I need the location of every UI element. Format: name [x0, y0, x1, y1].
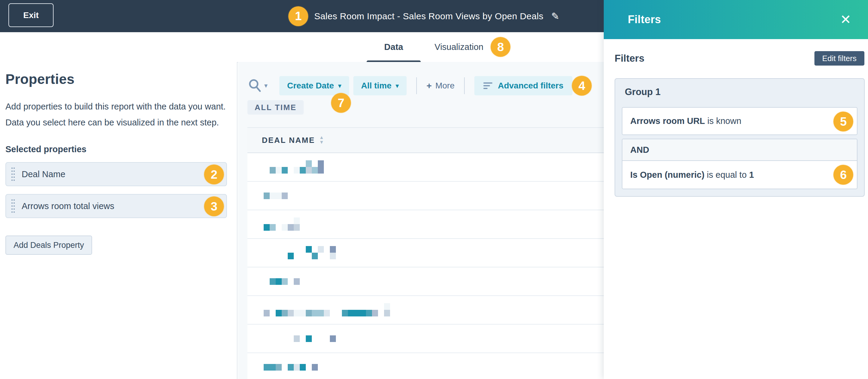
- table-header-row: DEAL NAME ▲ ▼: [247, 127, 636, 153]
- tab-data[interactable]: Data: [367, 32, 421, 62]
- table-row[interactable]: [247, 324, 636, 353]
- exit-button[interactable]: Exit: [8, 3, 54, 27]
- drag-handle-icon[interactable]: [11, 167, 14, 181]
- all-time-label: All time: [361, 81, 392, 91]
- annotation-badge-1: 1: [288, 6, 308, 26]
- table-row[interactable]: [247, 296, 636, 324]
- create-date-label: Create Date: [287, 81, 334, 91]
- search-caret-icon: ▾: [264, 82, 268, 90]
- chevron-down-icon: ▾: [338, 82, 341, 89]
- table-row[interactable]: [247, 153, 636, 182]
- filter-group-box: Group 1 Arrows room URL is known 5 AND I…: [615, 78, 865, 197]
- divider: [464, 77, 465, 94]
- all-time-range-chip: ALL TIME: [247, 100, 304, 115]
- drag-handle-icon[interactable]: [11, 199, 14, 213]
- properties-description: Add properties to build this report with…: [5, 99, 231, 131]
- filter-lines-icon: [483, 83, 492, 89]
- sort-icon[interactable]: ▲ ▼: [319, 135, 324, 145]
- and-operator-header: AND: [622, 139, 857, 161]
- properties-panel: Properties Add properties to build this …: [0, 62, 238, 379]
- filter-condition-text: Is Open (numeric) is equal to 1: [630, 170, 754, 180]
- filter-condition-text: Arrows room URL is known: [630, 116, 741, 126]
- create-date-dropdown[interactable]: Create Date ▾: [279, 76, 349, 95]
- advanced-filters-button[interactable]: Advanced filters 4: [474, 76, 572, 95]
- table-row[interactable]: [247, 239, 636, 267]
- annotation-badge-8: 8: [491, 37, 510, 57]
- annotation-badge-6: 6: [833, 165, 853, 185]
- report-title: Sales Room Impact - Sales Room Views by …: [314, 11, 543, 21]
- tab-visualization-label: Visualization: [435, 42, 483, 52]
- filters-panel: Filters ✕ Filters Edit filters Group 1 A…: [604, 0, 868, 379]
- sort-down-icon: ▼: [319, 140, 324, 145]
- property-label: Arrows room total views: [22, 201, 114, 211]
- deal-name-column-header[interactable]: DEAL NAME: [262, 136, 315, 145]
- edit-title-pencil-icon[interactable]: ✎: [551, 10, 559, 22]
- annotation-badge-4: 4: [572, 76, 592, 96]
- condition-operator: is known: [705, 116, 741, 126]
- filter-condition-card-2[interactable]: AND Is Open (numeric) is equal to 1 6: [622, 139, 858, 189]
- condition-value: 1: [749, 170, 754, 180]
- more-label: More: [435, 81, 455, 91]
- search-icon: [247, 78, 263, 94]
- add-deals-property-button[interactable]: Add Deals Property: [5, 235, 92, 255]
- annotation-badge-3: 3: [204, 196, 224, 216]
- table-row[interactable]: [247, 182, 636, 210]
- property-card-arrows-room-total-views[interactable]: Arrows room total views 3: [5, 194, 227, 218]
- report-title-area: 1 Sales Room Impact - Sales Room Views b…: [288, 0, 559, 32]
- condition-operator: is equal to: [705, 170, 749, 180]
- condition-property: Is Open (numeric): [630, 170, 705, 180]
- chevron-down-icon: ▾: [396, 82, 399, 89]
- condition-property: Arrows room URL: [630, 116, 705, 126]
- divider: [416, 77, 417, 94]
- deal-table-body: [247, 153, 636, 379]
- filters-panel-header: Filters ✕: [604, 0, 868, 39]
- properties-title: Properties: [5, 71, 231, 87]
- filter-condition-card-1[interactable]: Arrows room URL is known 5: [622, 107, 858, 135]
- filters-panel-title: Filters: [628, 13, 661, 26]
- filters-heading: Filters: [615, 53, 644, 64]
- filter-chip-row: ▾ Create Date ▾ All time ▾ + More Advanc…: [247, 76, 572, 95]
- filter-group-title: Group 1: [625, 87, 858, 97]
- property-label: Deal Name: [22, 169, 65, 179]
- tab-visualization[interactable]: Visualization 8: [433, 32, 485, 62]
- property-card-deal-name[interactable]: Deal Name 2: [5, 162, 227, 186]
- close-icon[interactable]: ✕: [840, 13, 851, 26]
- table-row[interactable]: [247, 353, 636, 379]
- annotation-badge-7: 7: [331, 93, 351, 113]
- deals-table: DEAL NAME ▲ ▼: [247, 127, 636, 379]
- selected-properties-label: Selected properties: [5, 145, 231, 154]
- filters-panel-body: Filters Edit filters Group 1 Arrows room…: [604, 39, 868, 197]
- table-row[interactable]: [247, 267, 636, 296]
- all-time-dropdown[interactable]: All time ▾: [353, 76, 407, 95]
- table-row[interactable]: [247, 210, 636, 239]
- tab-bar: Data Visualization 8: [0, 32, 604, 63]
- annotation-badge-2: 2: [204, 164, 224, 184]
- more-filters-button[interactable]: + More: [427, 81, 455, 91]
- advanced-filters-label: Advanced filters: [498, 81, 563, 91]
- search-button[interactable]: ▾: [247, 78, 276, 94]
- edit-filters-button[interactable]: Edit filters: [814, 51, 864, 66]
- plus-icon: +: [427, 81, 432, 91]
- annotation-badge-5: 5: [833, 112, 853, 131]
